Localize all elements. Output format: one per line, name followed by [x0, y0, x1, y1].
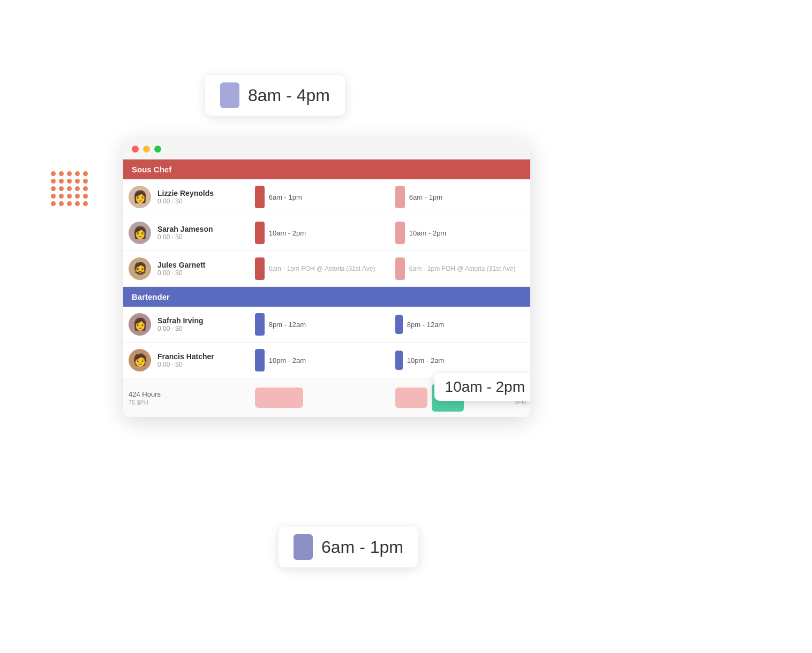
- shift-time-safrah-2: 8pm - 12am: [407, 321, 444, 329]
- shift-time-lizzie-2: 6am - 1pm: [409, 193, 442, 201]
- pink-bar-2: [395, 388, 427, 408]
- shift-time-safrah-1: 8pm - 12am: [269, 321, 306, 329]
- summary-sub: 75 $PH: [129, 399, 244, 406]
- employee-info-safrah: 👩 Safrah Irving 0.00 · $0: [129, 313, 244, 336]
- bottom-tooltip-color-block: [294, 534, 313, 560]
- window-titlebar: [123, 139, 530, 160]
- employee-name-sarah: Sarah Jameson: [157, 225, 213, 233]
- table-row: 👩 Safrah Irving 0.00 · $0 8pm - 12am: [123, 307, 530, 343]
- pink-bar-1: [255, 388, 303, 408]
- bottom-shift-tooltip: 6am - 1pm: [279, 527, 418, 567]
- shift-time-francis-2: 10pm - 2am: [407, 356, 444, 365]
- shift-bar-jules-1: [255, 257, 265, 280]
- employee-info-lizzie: 👩 Lizzie Reynolds 0.00 · $0: [129, 186, 244, 208]
- shift-time-jules-2: 6am - 1pm FOH @ Astoria (31st Ave): [409, 264, 516, 274]
- table-row: 👩 Sarah Jameson 0.00 · $0 10am - 2pm: [123, 215, 530, 251]
- avatar-safrah: 👩: [129, 313, 151, 336]
- shift-cell-francis-2: 10pm - 2am: [395, 351, 525, 370]
- bottom-shift-cell: 10am - 2pm: [395, 384, 525, 412]
- main-window: Sous Chef 👩 Lizzie Reynolds 0.00 · $0: [123, 139, 530, 417]
- window-close-btn[interactable]: [132, 146, 139, 153]
- section-header-sous-chef: Sous Chef: [123, 160, 530, 179]
- shift-bar-safrah-2: [395, 315, 403, 334]
- shift-cell-safrah-1: 8pm - 12am: [255, 313, 385, 336]
- window-maximize-btn[interactable]: [154, 146, 161, 153]
- summary-block: 424 Hours 75 $PH: [129, 390, 244, 406]
- shift-bar-lizzie-2: [395, 186, 405, 208]
- top-tooltip-color-block: [220, 82, 239, 108]
- shift-cell-sarah-2: 10am - 2pm: [395, 222, 525, 244]
- shift-cell-sarah-1: 10am - 2pm: [255, 222, 385, 244]
- shift-cell-lizzie-1: 6am - 1pm: [255, 186, 385, 208]
- avatar-jules: 🧔: [129, 257, 151, 280]
- employee-info-jules: 🧔 Jules Garnett 0.00 · $0: [129, 257, 244, 280]
- employee-name-francis: Francis Hatcher: [157, 352, 214, 361]
- shift-cell-jules-1: 6am - 1pm FOH @ Astoria (31st Ave): [255, 257, 385, 280]
- shift-time-sarah-1: 10am - 2pm: [269, 229, 306, 237]
- employee-meta-sarah: 0.00 · $0: [157, 233, 213, 241]
- section-header-bartender: Bartender: [123, 287, 530, 307]
- shift-bar-francis-2: [395, 351, 403, 370]
- floating-tooltip-time: 10am - 2pm: [445, 378, 525, 396]
- shift-cell-jules-2: 6am - 1pm FOH @ Astoria (31st Ave): [395, 257, 525, 280]
- employee-info-sarah: 👩 Sarah Jameson 0.00 · $0: [129, 222, 244, 244]
- employee-meta-jules: 0.00 · $0: [157, 269, 205, 277]
- avatar-lizzie: 👩: [129, 186, 151, 208]
- avatar-francis: 🧑: [129, 349, 151, 371]
- shift-time-francis-1: 10pm - 2am: [269, 356, 306, 365]
- shift-bar-lizzie-1: [255, 186, 265, 208]
- top-tooltip-time: 8am - 4pm: [248, 86, 330, 105]
- floating-shift-tooltip: 10am - 2pm: [434, 373, 530, 401]
- shift-time-jules-1: 6am - 1pm FOH @ Astoria (31st Ave): [269, 264, 375, 274]
- employee-info-francis: 🧑 Francis Hatcher 0.00 · $0: [129, 349, 244, 371]
- shift-cell-safrah-2: 8pm - 12am: [395, 315, 525, 334]
- employee-meta-safrah: 0.00 · $0: [157, 325, 204, 332]
- top-shift-tooltip: 8am - 4pm: [205, 75, 345, 116]
- bottom-tooltip-time: 6am - 1pm: [321, 537, 403, 557]
- avatar-sarah: 👩: [129, 222, 151, 244]
- shift-bar-sarah-2: [395, 222, 405, 244]
- shift-time-sarah-2: 10am - 2pm: [409, 229, 446, 237]
- window-minimize-btn[interactable]: [143, 146, 150, 153]
- shift-bar-jules-2: [395, 257, 405, 280]
- summary-hours: 424 Hours: [129, 390, 244, 398]
- shift-cell-lizzie-2: 6am - 1pm: [395, 186, 525, 208]
- page-container: 8am - 4pm Sous Chef: [0, 0, 812, 653]
- shift-bar-sarah-1: [255, 222, 265, 244]
- employee-name-lizzie: Lizzie Reynolds: [157, 189, 214, 198]
- dots-decoration: [51, 171, 88, 206]
- shift-time-lizzie-1: 6am - 1pm: [269, 193, 302, 201]
- employee-meta-lizzie: 0.00 · $0: [157, 198, 214, 205]
- table-row: 🧔 Jules Garnett 0.00 · $0 6am - 1pm FOH …: [123, 251, 530, 287]
- employee-name-jules: Jules Garnett: [157, 261, 205, 269]
- shift-bar-francis-1: [255, 349, 265, 371]
- employee-meta-francis: 0.00 · $0: [157, 361, 214, 368]
- shift-cell-francis-1: 10pm - 2am: [255, 349, 385, 371]
- table-row: 👩 Lizzie Reynolds 0.00 · $0 6am - 1pm: [123, 179, 530, 215]
- schedule-table: Sous Chef 👩 Lizzie Reynolds 0.00 · $0: [123, 160, 530, 417]
- employee-name-safrah: Safrah Irving: [157, 316, 204, 325]
- summary-row: 424 Hours 75 $PH 10am - 2pm: [123, 378, 530, 417]
- shift-bar-safrah-1: [255, 313, 265, 336]
